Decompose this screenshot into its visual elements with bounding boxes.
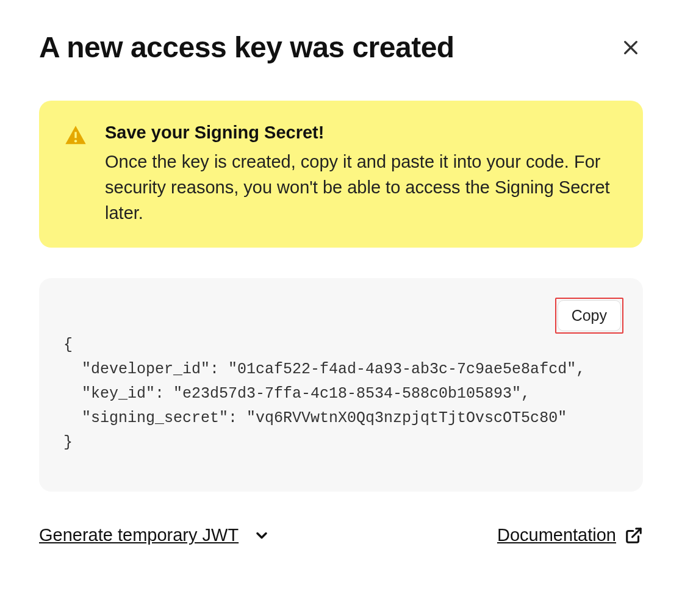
dialog-title: A new access key was created xyxy=(39,30,454,64)
chevron-down-icon xyxy=(253,527,270,544)
documentation-link[interactable]: Documentation xyxy=(497,525,643,545)
copy-button[interactable]: Copy xyxy=(558,300,621,331)
alert-title: Save your Signing Secret! xyxy=(105,123,619,143)
alert-body: Once the key is created, copy it and pas… xyxy=(105,149,619,226)
svg-rect-2 xyxy=(74,132,76,138)
alert-content: Save your Signing Secret! Once the key i… xyxy=(105,123,619,226)
generate-jwt-toggle[interactable]: Generate temporary JWT xyxy=(39,525,270,545)
documentation-label: Documentation xyxy=(497,525,616,545)
copy-button-highlight: Copy xyxy=(555,298,623,334)
svg-point-3 xyxy=(74,140,77,142)
code-block: Copy { "developer_id": "01caf522-f4ad-4a… xyxy=(39,278,643,492)
svg-line-4 xyxy=(633,528,641,537)
external-link-icon xyxy=(625,526,643,545)
code-content: { "developer_id": "01caf522-f4ad-4a93-ab… xyxy=(63,333,619,455)
jwt-toggle-label: Generate temporary JWT xyxy=(39,525,239,545)
dialog-header: A new access key was created xyxy=(39,30,643,64)
dialog-footer: Generate temporary JWT Documentation xyxy=(39,525,643,545)
warning-alert: Save your Signing Secret! Once the key i… xyxy=(39,101,643,248)
close-icon xyxy=(621,38,641,57)
warning-icon xyxy=(63,124,88,148)
close-button[interactable] xyxy=(619,35,643,60)
